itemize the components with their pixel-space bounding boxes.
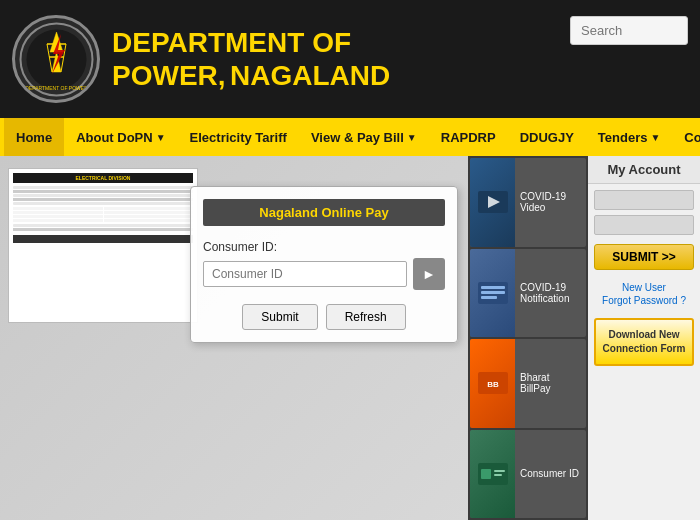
- nav-item-tenders[interactable]: Tenders ▼: [586, 118, 673, 156]
- consumer-id-label: Consumer ID:: [203, 240, 445, 254]
- my-account-header: My Account: [588, 156, 700, 184]
- account-password-input[interactable]: [594, 215, 694, 235]
- nav-item-view-pay[interactable]: View & Pay Bill ▼: [299, 118, 429, 156]
- consumer-id-row: ►: [203, 258, 445, 290]
- nav-item-contact[interactable]: Contact Us: [672, 118, 700, 156]
- covid-video-thumbnail: [470, 158, 515, 247]
- chevron-down-icon-2: ▼: [407, 132, 417, 143]
- dept-subtitle-nagaland: NAGALAND: [230, 60, 390, 91]
- refresh-button[interactable]: Refresh: [326, 304, 406, 330]
- svg-text:BB: BB: [487, 380, 499, 389]
- consumer-id-input[interactable]: [203, 261, 407, 287]
- media-card-covid-notif[interactable]: COVID-19 Notification: [470, 249, 586, 338]
- covid-notif-thumbnail: [470, 249, 515, 338]
- pay-buttons: Submit Refresh: [203, 304, 445, 330]
- submit-arrow-icon: >>: [662, 250, 676, 264]
- account-form: SUBMIT >>: [588, 184, 700, 276]
- search-input[interactable]: [570, 16, 688, 45]
- account-links: New User Forgot Password ?: [588, 276, 700, 312]
- svg-rect-20: [494, 470, 505, 472]
- dept-title-line1: DEPARTMENT OF: [112, 26, 390, 60]
- main-content: ELECTRICAL DIVISION Nagaland Online: [0, 156, 700, 520]
- bill-header: ELECTRICAL DIVISION: [13, 173, 193, 183]
- svg-text:DEPARTMENT OF POWER: DEPARTMENT OF POWER: [25, 85, 88, 91]
- nav-item-about[interactable]: About DoPN ▼: [64, 118, 177, 156]
- bharat-thumbnail: BB: [470, 339, 515, 428]
- nav-item-rapdrp[interactable]: RAPDRP: [429, 118, 508, 156]
- notification-icon: [478, 282, 508, 304]
- consumer-id-icon: [478, 463, 508, 485]
- media-label-covid-video: COVID-19 Video: [515, 158, 586, 247]
- account-username-input[interactable]: [594, 190, 694, 210]
- online-pay-box: Nagaland Online Pay Consumer ID: ► Submi…: [190, 186, 458, 343]
- left-panel: ELECTRICAL DIVISION Nagaland Online: [0, 156, 468, 520]
- nav-item-home[interactable]: Home: [4, 118, 64, 156]
- video-play-icon: [478, 191, 508, 213]
- svg-rect-13: [481, 286, 505, 289]
- svg-rect-15: [481, 296, 497, 299]
- right-panel: My Account SUBMIT >> New User Forgot Pas…: [588, 156, 700, 520]
- bharat-icon: BB: [478, 372, 508, 394]
- nav-item-ddugjy[interactable]: DDUGJY: [508, 118, 586, 156]
- navbar: Home About DoPN ▼ Electricity Tariff Vie…: [0, 118, 700, 156]
- bill-footer: [13, 235, 193, 243]
- bill-paper: ELECTRICAL DIVISION: [8, 168, 198, 323]
- submit-label: SUBMIT: [612, 250, 658, 264]
- media-card-consumer[interactable]: Consumer ID: [470, 430, 586, 519]
- dept-title-line2: POWER, NAGALAND: [112, 60, 390, 92]
- svg-rect-21: [494, 474, 502, 476]
- middle-panel: COVID-19 Video COVID-19 Notification BB: [468, 156, 588, 520]
- dept-name: DEPARTMENT OF POWER, NAGALAND: [112, 26, 390, 92]
- forgot-password-link[interactable]: Forgot Password ?: [594, 295, 694, 306]
- svg-rect-19: [481, 469, 491, 479]
- new-user-link[interactable]: New User: [594, 282, 694, 293]
- logo-circle: DEPARTMENT OF POWER: [12, 15, 100, 103]
- media-card-bharat[interactable]: BB Bharat BillPay: [470, 339, 586, 428]
- logo-area: DEPARTMENT OF POWER DEPARTMENT OF POWER,…: [12, 15, 390, 103]
- media-card-covid-video[interactable]: COVID-19 Video: [470, 158, 586, 247]
- header: DEPARTMENT OF POWER DEPARTMENT OF POWER,…: [0, 0, 700, 118]
- chevron-down-icon: ▼: [156, 132, 166, 143]
- dept-subtitle-power: POWER,: [112, 60, 226, 91]
- submit-pay-button[interactable]: Submit: [242, 304, 317, 330]
- nav-item-electricity[interactable]: Electricity Tariff: [178, 118, 299, 156]
- logo-icon: DEPARTMENT OF POWER: [19, 22, 94, 97]
- media-label-covid-notif: COVID-19 Notification: [515, 249, 586, 338]
- go-arrow-button[interactable]: ►: [413, 258, 445, 290]
- chevron-down-icon-3: ▼: [650, 132, 660, 143]
- account-submit-button[interactable]: SUBMIT >>: [594, 244, 694, 270]
- download-connection-button[interactable]: Download New Connection Form: [594, 318, 694, 366]
- media-label-bharat: Bharat BillPay: [515, 339, 586, 428]
- svg-rect-14: [481, 291, 505, 294]
- consumer-thumbnail: [470, 430, 515, 519]
- online-pay-title: Nagaland Online Pay: [203, 199, 445, 226]
- media-label-consumer: Consumer ID: [515, 430, 586, 519]
